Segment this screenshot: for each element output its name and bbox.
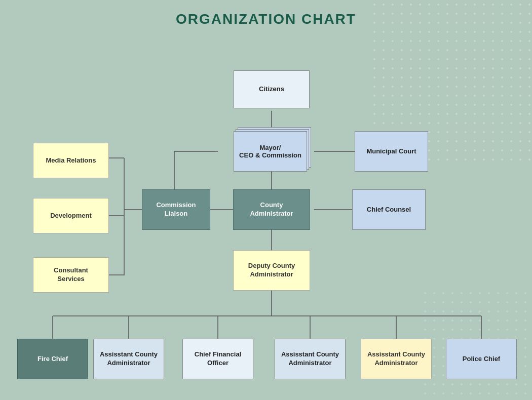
- deputy-county-admin-box: Deputy County Administrator: [233, 250, 310, 291]
- commission-liaison-box: Commission Liaison: [142, 189, 210, 230]
- chief-counsel-box: Chief Counsel: [352, 189, 426, 230]
- asst-admin-2-box: Assisstant County Administrator: [275, 339, 346, 379]
- citizens-box: Citizens: [234, 70, 310, 108]
- municipal-court-box: Municipal Court: [355, 131, 428, 172]
- mayor-front: Mayor/ CEO & Commission: [234, 131, 307, 172]
- development-box: Development: [33, 198, 109, 233]
- county-admin-box: County Administrator: [233, 189, 310, 230]
- asst-admin-3-box: Assisstant County Administrator: [361, 339, 432, 379]
- media-relations-box: Media Relations: [33, 143, 109, 178]
- cfo-box: Chief Financial Officer: [182, 339, 253, 379]
- org-chart-area: Citizens Mayor/ CEO & Commission Municip…: [0, 32, 532, 400]
- page-title: ORGANIZATION CHART: [0, 0, 532, 32]
- asst-admin-1-box: Assisstant County Administrator: [93, 339, 164, 379]
- fire-chief-box: Fire Chief: [17, 339, 88, 379]
- consultant-services-box: Consultant Services: [33, 257, 109, 293]
- police-chief-box: Police Chief: [446, 339, 517, 379]
